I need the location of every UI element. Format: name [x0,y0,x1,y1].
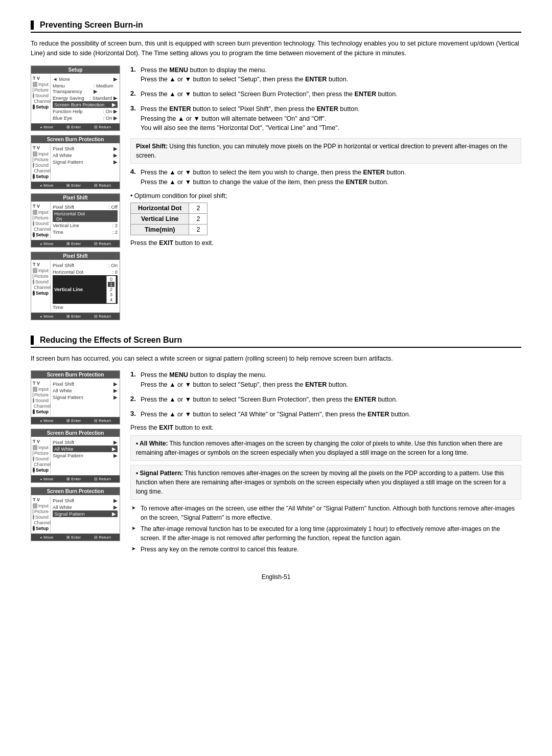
step-text: Press the ▲ or ▼ button to select "All W… [141,410,410,419]
table-cell: 2 [189,203,208,213]
screen-footer: ⬧ Move⊞ Enter⊟ Return [31,313,120,320]
step-text: Press the ▲ or ▼ button to select "Scree… [141,90,398,99]
menu-row-signal: Signal Pattern▶ [53,510,118,517]
page-footer: English-51 [31,573,521,581]
sidebar-setup: Setup [33,409,49,414]
sidebar-sound: Sound [33,279,49,284]
sidebar-channel: Channel [33,168,49,173]
sidebar-setup: Setup [33,526,49,531]
sidebar-sound: Sound [33,398,49,403]
sidebar-input: Input [33,268,49,273]
menu-row: Signal Pattern▶ [53,394,118,401]
sidebar-channel: Channel [33,462,49,467]
sidebar-picture: Picture [33,509,49,514]
step-number: 3. [130,104,137,133]
screen-footer: ⬧ Move⊞ Enter⊟ Return [31,240,120,247]
menu-row: Pixel Shift▶ [53,439,118,446]
sidebar-sound: Sound [33,221,49,226]
screen-menu: Pixel Shift: On Horizontal Dot: 0 Vertic… [51,261,120,312]
screen-body: T V Input Picture Sound Channel Setup Pi… [31,260,120,313]
sidebar-setup: Setup [33,468,49,473]
tv-screen-pixel-shift-on: Pixel Shift T V Input Picture Sound Chan… [31,252,120,320]
sidebar-setup: Setup [33,291,49,296]
menu-row: All White▶ [53,152,118,159]
step-number: 4. [130,168,137,187]
allwhite-note: • All White: This function removes after… [130,435,521,461]
table-cell: 2 [189,224,208,235]
menu-row: Menu Transparency: Medium ▶ [53,82,118,95]
screen-body: T V Input Picture Sound Channel Setup Pi… [31,379,120,417]
step-3: 3. Press the ENTER button to select "Pix… [130,104,521,133]
footer-return: ⊟ Return [94,125,111,129]
section2-intro: If screen burn has occurred, you can sel… [31,354,521,364]
screen-footer: ⬧ Move⊞ Enter⊟ Return [31,417,120,424]
sidebar-sound: Sound [33,515,49,520]
step-text: Press the ▲ or ▼ button to select "Scree… [141,395,398,405]
tv-sidebar: T V Input Picture Sound Channel Setup [31,261,51,312]
step-text: Press the MENU button to display the men… [141,65,348,85]
tv-screen-s2-1: Screen Burn Protection T V Input Picture… [31,370,120,425]
tv-sidebar: T V Input Picture Sound Channel Setup [31,75,51,122]
tv-sidebar: T V Input Picture Sound Channel Setup [31,496,51,532]
screen-menu: Pixel Shift▶ All White▶ Signal Pattern▶ [51,144,120,181]
screen-menu: Pixel Shift▶ All White▶ Signal Pattern▶ [51,438,120,474]
step-number: 2. [130,395,137,405]
step-text: Press the ENTER button to select "Pixel … [141,104,360,133]
menu-row-highlighted: Screen Burn Protection▶ [53,101,118,108]
exit-note: Press the EXIT button to exit. [130,424,521,431]
step-1: 1. Press the MENU button to display the … [130,65,521,85]
screen-menu: Pixel Shift▶ All White▶ Signal Pattern▶ [51,380,120,416]
section2-instructions: 1. Press the MENU button to display the … [130,370,521,558]
section2-title: Reducing the Effects of Screen Burn [31,336,521,348]
list-item: Press any key on the remote control to c… [135,545,521,554]
section1-intro: To reduce the possibility of screen burn… [31,39,521,58]
screen-body: T V Input Picture Sound Channel Setup Pi… [31,495,120,533]
sidebar-sound: Sound [33,163,49,168]
step-number: 2. [130,90,137,99]
menu-row-highlighted: Horizontal Dot On [53,210,118,222]
additional-notes-list: To remove after-images on the screen, us… [135,504,521,554]
menu-row-allwhite: All White▶ [53,446,118,452]
menu-row: ◄ More▶ [53,76,118,82]
screen-footer: ⬧ Move⊞ Enter⊟ Return [31,182,120,189]
sidebar-channel: Channel [33,520,49,525]
footer-move: ⬧ Move [40,125,54,129]
menu-row: Horizontal Dot: 0 [53,269,118,275]
step-3: 3. Press the ▲ or ▼ button to select "Al… [130,410,521,419]
tv-sidebar: T V Input Picture Sound Channel Setup [31,438,51,474]
tv-sidebar: T V Input Picture Sound Channel Setup [31,380,51,416]
tv-screen-burn-protection: Screen Burn Protection T V Input Picture… [31,135,120,189]
table-cell: Horizontal Dot [131,203,189,213]
step-text: Press the ▲ or ▼ button to select the it… [141,168,406,187]
section2-screens: Screen Burn Protection T V Input Picture… [31,370,120,541]
menu-row: Pixel Shift▶ [53,145,118,152]
menu-row-vertical-line: Vertical Line 0 1 2 3 4 [53,275,118,304]
menu-row: Pixel Shift▶ [53,381,118,387]
sidebar-sound: Sound [33,456,49,461]
sidebar-channel: Channel [33,99,49,104]
menu-row: Time: 2 [53,229,118,235]
step-2: 2. Press the ▲ or ▼ button to select "Sc… [130,90,521,99]
section-preventing-burn: Preventing Screen Burn-in To reduce the … [31,20,521,320]
menu-row: Vertical Line: 2 [53,222,118,229]
sidebar-picture: Picture [33,274,49,279]
sidebar-setup: Setup [33,174,49,179]
menu-row: Energy Saving: Standard ▶ [53,95,118,101]
sidebar-sound: Sound [33,93,49,98]
menu-row: Pixel Shift: On [53,262,118,269]
sidebar-picture: Picture [33,451,49,456]
screen-menu: Pixel Shift▶ All White▶ Signal Pattern▶ [51,496,120,532]
screen-footer: ⬧ Move ⊞ Enter ⊟ Return [31,123,120,130]
screen-footer: ⬧ Move⊞ Enter⊟ Return [31,533,120,541]
screen-menu: Pixel Shift: Off Horizontal Dot On Verti… [51,203,120,239]
list-item: To remove after-images on the screen, us… [135,504,521,522]
tv-sidebar: T V Input Picture Sound Channel Setup [31,203,51,239]
sidebar-input: Input [33,82,49,87]
sidebar-channel: Channel [33,404,49,409]
pixel-shift-note: Pixel Shift: Using this function, you ca… [130,138,521,164]
section1-content: Setup T V Input Picture Sound Channel Se… [31,65,521,320]
menu-row: All White▶ [53,504,118,510]
menu-row: Function Help: On ▶ [53,108,118,115]
section-reducing-burn: Reducing the Effects of Screen Burn If s… [31,336,521,559]
sidebar-picture: Picture [33,392,49,397]
